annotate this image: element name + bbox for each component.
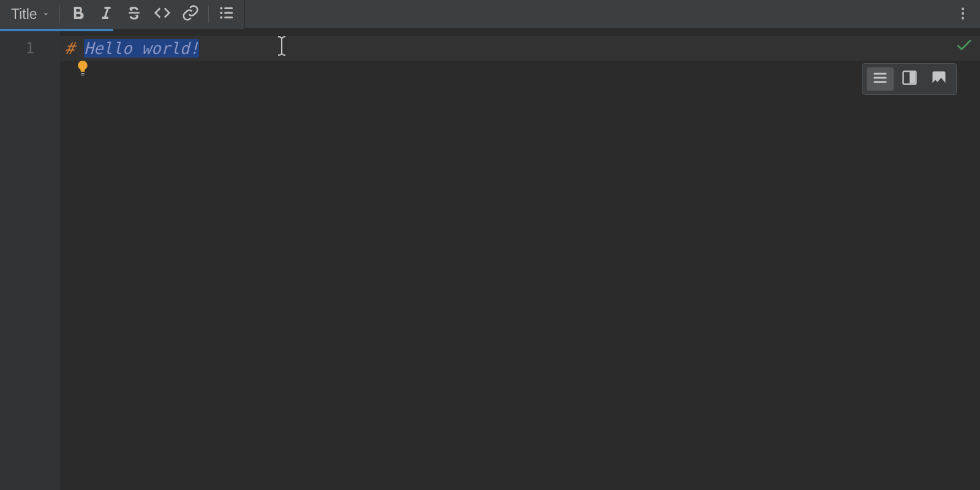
paragraph-style-dropdown[interactable]: Title xyxy=(6,4,56,25)
svg-point-1 xyxy=(220,12,222,14)
intention-bulb-button[interactable] xyxy=(75,59,91,78)
view-mode-switcher xyxy=(862,63,957,95)
svg-point-2 xyxy=(220,17,222,19)
view-mode-split-button[interactable] xyxy=(896,67,923,91)
svg-rect-13 xyxy=(874,81,887,83)
split-view-icon xyxy=(901,69,918,89)
view-mode-preview-button[interactable] xyxy=(925,67,952,91)
bold-button[interactable] xyxy=(64,1,92,27)
code-line-1[interactable]: # Hello world! xyxy=(60,36,980,61)
formatting-toolbar: Title xyxy=(0,0,980,29)
svg-point-8 xyxy=(962,17,964,19)
editor-pane: 1 # Hello world! xyxy=(0,31,980,490)
preview-view-icon xyxy=(930,69,948,89)
link-icon xyxy=(181,4,200,24)
code-icon xyxy=(153,4,172,24)
paragraph-style-label: Title xyxy=(11,6,37,23)
svg-point-7 xyxy=(962,12,964,14)
active-tab-indicator xyxy=(0,29,113,31)
code-button[interactable] xyxy=(148,1,176,27)
svg-rect-15 xyxy=(910,72,915,84)
strikethrough-icon xyxy=(125,4,143,24)
editor-view-icon xyxy=(872,69,889,89)
formatting-toolbar-group: Title xyxy=(0,0,245,29)
svg-rect-3 xyxy=(224,7,233,9)
bold-icon xyxy=(69,4,87,24)
svg-rect-5 xyxy=(224,17,233,18)
more-vertical-icon xyxy=(955,6,971,24)
svg-rect-12 xyxy=(874,77,887,78)
lightbulb-icon xyxy=(75,63,91,81)
svg-rect-9 xyxy=(81,73,85,74)
svg-rect-4 xyxy=(224,12,233,14)
line-number-gutter[interactable]: 1 xyxy=(0,31,60,490)
strikethrough-button[interactable] xyxy=(120,1,148,27)
line-number[interactable]: 1 xyxy=(0,36,60,61)
svg-point-0 xyxy=(220,7,222,10)
chevron-down-icon xyxy=(41,6,51,23)
svg-rect-10 xyxy=(81,75,84,76)
markdown-heading-marker: # xyxy=(65,39,84,58)
selected-text: Hello world! xyxy=(84,39,199,58)
checkmark-icon xyxy=(954,40,974,58)
inspection-status-ok[interactable] xyxy=(954,35,974,55)
svg-point-6 xyxy=(962,7,964,10)
bullet-list-button[interactable] xyxy=(213,1,241,27)
italic-icon xyxy=(97,4,115,24)
italic-button[interactable] xyxy=(92,1,120,27)
svg-rect-11 xyxy=(874,73,887,75)
code-area[interactable]: # Hello world! xyxy=(60,31,980,490)
view-mode-editor-button[interactable] xyxy=(867,67,894,91)
toolbar-separator xyxy=(208,5,209,23)
toolbar-separator xyxy=(59,5,60,23)
more-menu-button[interactable] xyxy=(949,0,976,29)
link-button[interactable] xyxy=(176,1,205,27)
list-icon xyxy=(217,4,236,24)
